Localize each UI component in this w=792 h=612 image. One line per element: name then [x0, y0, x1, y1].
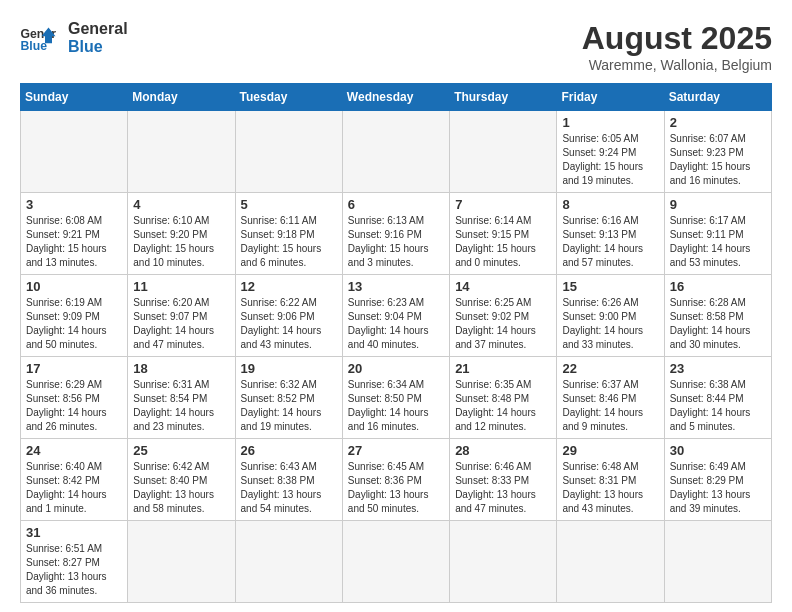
header-saturday: Saturday: [664, 84, 771, 111]
day-number: 29: [562, 443, 658, 458]
day-info: Sunrise: 6:19 AM Sunset: 9:09 PM Dayligh…: [26, 296, 122, 352]
day-info: Sunrise: 6:05 AM Sunset: 9:24 PM Dayligh…: [562, 132, 658, 188]
day-cell: 2Sunrise: 6:07 AM Sunset: 9:23 PM Daylig…: [664, 111, 771, 193]
day-number: 14: [455, 279, 551, 294]
day-number: 18: [133, 361, 229, 376]
week-row-2: 10Sunrise: 6:19 AM Sunset: 9:09 PM Dayli…: [21, 275, 772, 357]
week-row-1: 3Sunrise: 6:08 AM Sunset: 9:21 PM Daylig…: [21, 193, 772, 275]
day-cell: 28Sunrise: 6:46 AM Sunset: 8:33 PM Dayli…: [450, 439, 557, 521]
day-number: 28: [455, 443, 551, 458]
day-number: 8: [562, 197, 658, 212]
day-info: Sunrise: 6:46 AM Sunset: 8:33 PM Dayligh…: [455, 460, 551, 516]
day-number: 26: [241, 443, 337, 458]
day-cell: 8Sunrise: 6:16 AM Sunset: 9:13 PM Daylig…: [557, 193, 664, 275]
day-cell: 5Sunrise: 6:11 AM Sunset: 9:18 PM Daylig…: [235, 193, 342, 275]
day-cell: 15Sunrise: 6:26 AM Sunset: 9:00 PM Dayli…: [557, 275, 664, 357]
day-cell: [557, 521, 664, 603]
day-number: 13: [348, 279, 444, 294]
day-cell: 30Sunrise: 6:49 AM Sunset: 8:29 PM Dayli…: [664, 439, 771, 521]
header-tuesday: Tuesday: [235, 84, 342, 111]
day-cell: 12Sunrise: 6:22 AM Sunset: 9:06 PM Dayli…: [235, 275, 342, 357]
day-number: 11: [133, 279, 229, 294]
day-info: Sunrise: 6:28 AM Sunset: 8:58 PM Dayligh…: [670, 296, 766, 352]
day-info: Sunrise: 6:16 AM Sunset: 9:13 PM Dayligh…: [562, 214, 658, 270]
day-number: 5: [241, 197, 337, 212]
day-info: Sunrise: 6:35 AM Sunset: 8:48 PM Dayligh…: [455, 378, 551, 434]
day-number: 12: [241, 279, 337, 294]
day-number: 27: [348, 443, 444, 458]
week-row-0: 1Sunrise: 6:05 AM Sunset: 9:24 PM Daylig…: [21, 111, 772, 193]
day-cell: [21, 111, 128, 193]
day-cell: 19Sunrise: 6:32 AM Sunset: 8:52 PM Dayli…: [235, 357, 342, 439]
day-info: Sunrise: 6:14 AM Sunset: 9:15 PM Dayligh…: [455, 214, 551, 270]
header-monday: Monday: [128, 84, 235, 111]
day-cell: [342, 521, 449, 603]
day-cell: 23Sunrise: 6:38 AM Sunset: 8:44 PM Dayli…: [664, 357, 771, 439]
day-number: 31: [26, 525, 122, 540]
day-info: Sunrise: 6:29 AM Sunset: 8:56 PM Dayligh…: [26, 378, 122, 434]
day-cell: [128, 111, 235, 193]
day-info: Sunrise: 6:32 AM Sunset: 8:52 PM Dayligh…: [241, 378, 337, 434]
day-cell: [128, 521, 235, 603]
day-number: 20: [348, 361, 444, 376]
day-cell: 16Sunrise: 6:28 AM Sunset: 8:58 PM Dayli…: [664, 275, 771, 357]
day-number: 30: [670, 443, 766, 458]
day-info: Sunrise: 6:43 AM Sunset: 8:38 PM Dayligh…: [241, 460, 337, 516]
day-cell: 14Sunrise: 6:25 AM Sunset: 9:02 PM Dayli…: [450, 275, 557, 357]
day-cell: 27Sunrise: 6:45 AM Sunset: 8:36 PM Dayli…: [342, 439, 449, 521]
week-row-5: 31Sunrise: 6:51 AM Sunset: 8:27 PM Dayli…: [21, 521, 772, 603]
day-info: Sunrise: 6:45 AM Sunset: 8:36 PM Dayligh…: [348, 460, 444, 516]
day-info: Sunrise: 6:23 AM Sunset: 9:04 PM Dayligh…: [348, 296, 444, 352]
day-cell: [235, 111, 342, 193]
day-info: Sunrise: 6:37 AM Sunset: 8:46 PM Dayligh…: [562, 378, 658, 434]
day-info: Sunrise: 6:17 AM Sunset: 9:11 PM Dayligh…: [670, 214, 766, 270]
day-info: Sunrise: 6:07 AM Sunset: 9:23 PM Dayligh…: [670, 132, 766, 188]
day-info: Sunrise: 6:40 AM Sunset: 8:42 PM Dayligh…: [26, 460, 122, 516]
day-cell: [450, 521, 557, 603]
day-info: Sunrise: 6:20 AM Sunset: 9:07 PM Dayligh…: [133, 296, 229, 352]
location-subtitle: Waremme, Wallonia, Belgium: [582, 57, 772, 73]
day-cell: [450, 111, 557, 193]
day-info: Sunrise: 6:22 AM Sunset: 9:06 PM Dayligh…: [241, 296, 337, 352]
day-info: Sunrise: 6:51 AM Sunset: 8:27 PM Dayligh…: [26, 542, 122, 598]
logo: General Blue General Blue: [20, 20, 128, 56]
header-friday: Friday: [557, 84, 664, 111]
day-cell: 1Sunrise: 6:05 AM Sunset: 9:24 PM Daylig…: [557, 111, 664, 193]
day-cell: 3Sunrise: 6:08 AM Sunset: 9:21 PM Daylig…: [21, 193, 128, 275]
day-cell: 31Sunrise: 6:51 AM Sunset: 8:27 PM Dayli…: [21, 521, 128, 603]
day-number: 10: [26, 279, 122, 294]
day-number: 6: [348, 197, 444, 212]
day-cell: 18Sunrise: 6:31 AM Sunset: 8:54 PM Dayli…: [128, 357, 235, 439]
day-info: Sunrise: 6:25 AM Sunset: 9:02 PM Dayligh…: [455, 296, 551, 352]
day-cell: 11Sunrise: 6:20 AM Sunset: 9:07 PM Dayli…: [128, 275, 235, 357]
week-row-3: 17Sunrise: 6:29 AM Sunset: 8:56 PM Dayli…: [21, 357, 772, 439]
day-cell: [664, 521, 771, 603]
day-number: 19: [241, 361, 337, 376]
day-cell: 17Sunrise: 6:29 AM Sunset: 8:56 PM Dayli…: [21, 357, 128, 439]
day-number: 23: [670, 361, 766, 376]
day-info: Sunrise: 6:10 AM Sunset: 9:20 PM Dayligh…: [133, 214, 229, 270]
header-wednesday: Wednesday: [342, 84, 449, 111]
day-cell: 13Sunrise: 6:23 AM Sunset: 9:04 PM Dayli…: [342, 275, 449, 357]
day-cell: 10Sunrise: 6:19 AM Sunset: 9:09 PM Dayli…: [21, 275, 128, 357]
day-number: 7: [455, 197, 551, 212]
header-sunday: Sunday: [21, 84, 128, 111]
logo-blue-text: Blue: [68, 38, 128, 56]
day-cell: 22Sunrise: 6:37 AM Sunset: 8:46 PM Dayli…: [557, 357, 664, 439]
day-cell: 20Sunrise: 6:34 AM Sunset: 8:50 PM Dayli…: [342, 357, 449, 439]
month-year-title: August 2025: [582, 20, 772, 57]
day-number: 2: [670, 115, 766, 130]
header-thursday: Thursday: [450, 84, 557, 111]
day-info: Sunrise: 6:31 AM Sunset: 8:54 PM Dayligh…: [133, 378, 229, 434]
day-cell: 4Sunrise: 6:10 AM Sunset: 9:20 PM Daylig…: [128, 193, 235, 275]
day-number: 21: [455, 361, 551, 376]
logo-icon: General Blue: [20, 24, 56, 52]
day-info: Sunrise: 6:26 AM Sunset: 9:00 PM Dayligh…: [562, 296, 658, 352]
day-cell: 25Sunrise: 6:42 AM Sunset: 8:40 PM Dayli…: [128, 439, 235, 521]
day-info: Sunrise: 6:13 AM Sunset: 9:16 PM Dayligh…: [348, 214, 444, 270]
day-info: Sunrise: 6:34 AM Sunset: 8:50 PM Dayligh…: [348, 378, 444, 434]
day-number: 4: [133, 197, 229, 212]
day-number: 16: [670, 279, 766, 294]
day-number: 25: [133, 443, 229, 458]
svg-text:Blue: Blue: [21, 39, 48, 52]
